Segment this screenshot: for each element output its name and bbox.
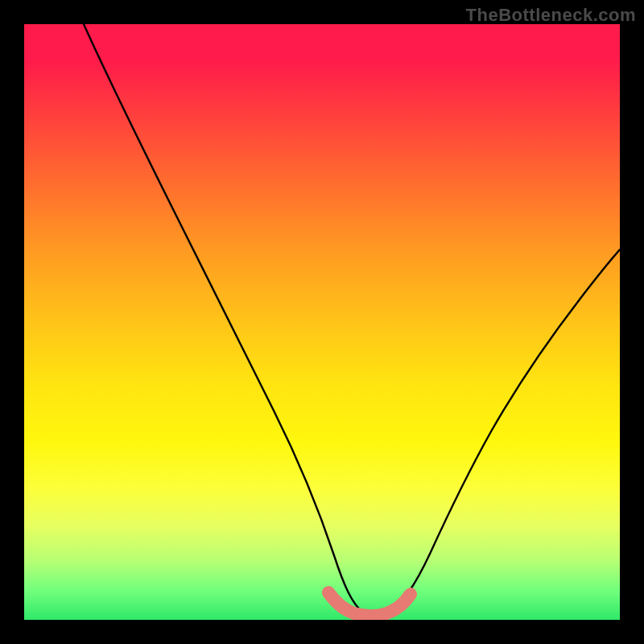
- bottom-highlight-curve: [328, 592, 411, 616]
- main-curve: [84, 24, 620, 616]
- chart-frame: TheBottleneck.com: [0, 0, 644, 644]
- plot-area: [24, 24, 620, 620]
- chart-svg: [24, 24, 620, 620]
- watermark-text: TheBottleneck.com: [466, 5, 636, 26]
